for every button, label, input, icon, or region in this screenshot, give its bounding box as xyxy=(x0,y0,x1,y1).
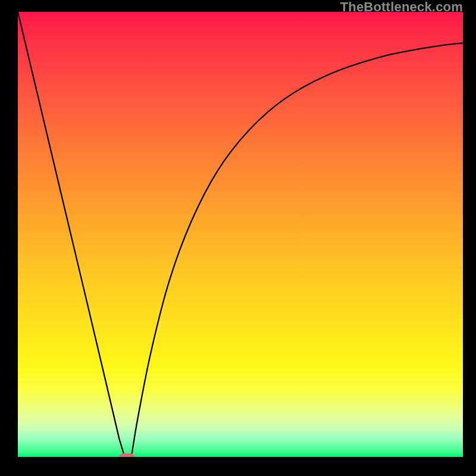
bottleneck-chart: TheBottleneck.com xyxy=(0,0,476,476)
curve-right-branch xyxy=(131,43,463,457)
watermark: TheBottleneck.com xyxy=(340,0,463,15)
curve-left-branch xyxy=(18,12,125,457)
chart-curve xyxy=(0,0,476,476)
axis-bottom xyxy=(0,457,476,476)
axis-left xyxy=(0,0,18,476)
axis-right xyxy=(463,0,476,476)
